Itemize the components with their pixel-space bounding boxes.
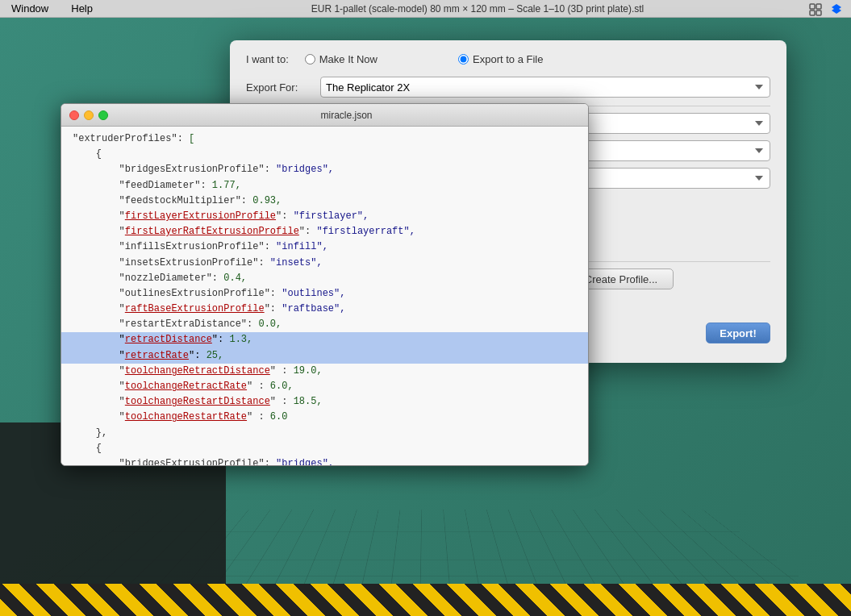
- make-it-now-radio[interactable]: [305, 54, 315, 65]
- menubar: Window Help EUR 1-pallet (scale-model) 8…: [0, 0, 851, 18]
- export-to-file-label: Export to a File: [473, 53, 543, 65]
- svg-rect-3: [816, 10, 821, 15]
- json-line: "retractDistance": 1.3,: [61, 332, 588, 348]
- export-button[interactable]: Export!: [706, 323, 770, 343]
- json-line: "restartExtraDistance": 0.0,: [61, 317, 588, 332]
- json-editor-body[interactable]: "extruderProfiles": [ { "bridgesExtrusio…: [61, 127, 588, 465]
- svg-rect-0: [810, 4, 815, 9]
- json-line: {: [61, 441, 588, 456]
- json-window-title: miracle.json: [113, 110, 580, 121]
- json-line: "bridgesExtrusionProfile": "bridges",: [61, 162, 588, 177]
- json-line: {: [61, 147, 588, 162]
- menu-window[interactable]: Window: [6, 1, 53, 16]
- json-line: "extruderProfiles": [: [61, 131, 588, 147]
- menu-help[interactable]: Help: [66, 1, 98, 16]
- want-row: I want to: Make It Now Export to a File: [246, 53, 770, 65]
- top-icons: [807, 2, 845, 18]
- json-editor-window: miracle.json "extruderProfiles": [ { "br…: [60, 103, 589, 466]
- json-line: "toolchangeRestartDistance" : 18.5,: [61, 394, 588, 410]
- json-line: "insetsExtrusionProfile": "insets",: [61, 256, 588, 271]
- minimize-button[interactable]: [84, 110, 94, 120]
- json-line: "firstLayerRaftExtrusionProfile": "first…: [61, 224, 588, 239]
- export-for-select[interactable]: The Replicator 2X: [320, 77, 770, 98]
- want-label: I want to:: [246, 53, 289, 65]
- json-line: "bridgesExtrusionProfile": "bridges",: [61, 456, 588, 465]
- grid-icon[interactable]: [807, 2, 824, 18]
- window-title: EUR 1-pallet (scale-model) 80 mm × 120 m…: [111, 3, 845, 15]
- dropbox-icon[interactable]: [828, 2, 845, 18]
- export-to-file-radio[interactable]: [458, 54, 469, 65]
- svg-rect-2: [810, 10, 815, 15]
- make-it-now-option[interactable]: Make It Now: [305, 53, 378, 65]
- maximize-button[interactable]: [98, 110, 108, 120]
- json-line: "firstLayerExtrusionProfile": "firstlaye…: [61, 209, 588, 224]
- json-line: "outlinesExtrusionProfile": "outlines",: [61, 286, 588, 302]
- json-line: "retractRate": 25,: [61, 348, 588, 364]
- json-line: "nozzleDiameter": 0.4,: [61, 271, 588, 286]
- stripe-bar: [0, 584, 851, 616]
- json-line: },: [61, 426, 588, 441]
- export-for-label: Export For:: [246, 81, 311, 94]
- json-title-bar: miracle.json: [61, 104, 588, 127]
- export-for-row: Export For: The Replicator 2X: [246, 77, 770, 98]
- json-line: "toolchangeRetractRate" : 6.0,: [61, 379, 588, 394]
- json-line: "infillsExtrusionProfile": "infill",: [61, 239, 588, 255]
- close-button[interactable]: [69, 110, 79, 120]
- make-it-now-label: Make It Now: [319, 53, 378, 65]
- json-line: "raftBaseExtrusionProfile": "raftbase",: [61, 302, 588, 317]
- svg-rect-1: [816, 4, 821, 9]
- export-to-file-option[interactable]: Export to a File: [458, 53, 543, 65]
- json-line: "toolchangeRestartRate" : 6.0: [61, 410, 588, 425]
- json-line: "feedstockMultiplier": 0.93,: [61, 194, 588, 209]
- json-line: "feedDiameter": 1.77,: [61, 178, 588, 194]
- json-line: "toolchangeRetractDistance" : 19.0,: [61, 364, 588, 379]
